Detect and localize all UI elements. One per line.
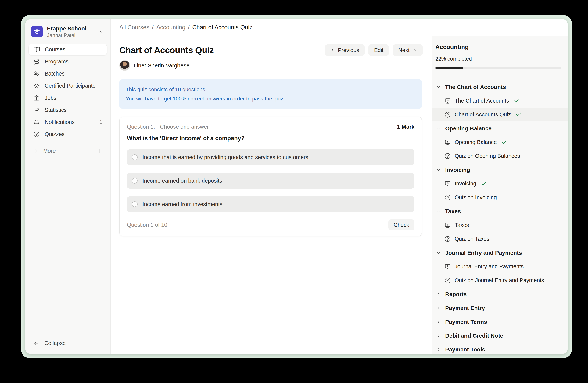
notice-line-1: This quiz consists of 10 questions. xyxy=(126,85,416,94)
chevron-right-icon xyxy=(413,48,417,52)
question-mark: 1 Mark xyxy=(397,124,415,130)
outline-item-journal-entry-and-payments[interactable]: Journal Entry and Payments xyxy=(432,260,567,273)
outline-item-taxes[interactable]: Taxes xyxy=(432,218,567,232)
graduation-cap-icon xyxy=(33,83,40,89)
lesson-monitor-play-icon xyxy=(444,139,451,146)
route-icon xyxy=(33,58,40,65)
answer-option-1[interactable]: Income that is earned by providing goods… xyxy=(127,149,415,165)
chevron-down-icon[interactable] xyxy=(99,29,104,34)
lesson-monitor-play-icon xyxy=(444,98,451,104)
outline-item-label: Quiz on Invoicing xyxy=(455,194,497,201)
previous-button[interactable]: Previous xyxy=(325,44,365,56)
edit-button[interactable]: Edit xyxy=(368,44,389,56)
sidebar-item-batches[interactable]: Batches xyxy=(28,68,107,80)
sidebar-item-courses[interactable]: Courses xyxy=(28,44,107,56)
check-button[interactable]: Check xyxy=(388,219,415,230)
outline-section-label: Payment Entry xyxy=(445,305,485,311)
briefcase-icon xyxy=(33,95,40,101)
outline-item-quiz-on-journal-entry-and-payments[interactable]: Quiz on Journal Entry and Payments xyxy=(432,273,567,287)
sidebar-item-statistics[interactable]: Statistics xyxy=(28,104,107,116)
plus-icon[interactable] xyxy=(96,148,102,154)
course-progress-bar xyxy=(435,67,562,69)
author-row: Linet Sherin Varghese xyxy=(119,60,423,71)
radio-icon[interactable] xyxy=(132,178,138,184)
outline-section-debit-and-credit-note[interactable]: Debit and Credit Note xyxy=(432,329,567,343)
outline-item-quiz-on-invoicing[interactable]: Quiz on Invoicing xyxy=(432,191,567,204)
sidebar-item-quizzes[interactable]: Quizzes xyxy=(28,129,107,140)
title-actions: Previous Edit Next xyxy=(325,44,423,56)
next-button[interactable]: Next xyxy=(393,44,423,56)
desktop-window-frame: Frappe School Jannat Patel Courses Progr… xyxy=(21,15,572,358)
sidebar-item-label: Courses xyxy=(45,46,65,53)
sidebar-item-certified-participants[interactable]: Certified Participants xyxy=(28,80,107,92)
outline-item-quiz-on-taxes[interactable]: Quiz on Taxes xyxy=(432,232,567,246)
question-instruction: Choose one answer xyxy=(160,124,209,130)
outline-section-reports[interactable]: Reports xyxy=(432,287,567,301)
radio-icon[interactable] xyxy=(132,201,138,207)
outline-section-journal-entry-and-payments[interactable]: Journal Entry and Payments xyxy=(432,246,567,260)
collapse-sidebar-button[interactable]: Collapse xyxy=(25,340,110,354)
outline-section-opening-balance[interactable]: Opening Balance xyxy=(432,121,567,135)
sidebar-item-notifications[interactable]: Notifications 1 xyxy=(28,116,107,128)
check-icon xyxy=(515,112,521,117)
chevron-right-icon xyxy=(436,292,441,297)
outline-item-label: Invoicing xyxy=(455,181,476,187)
lesson-monitor-play-icon xyxy=(444,263,451,270)
course-outline-header: Accounting 22% completed xyxy=(432,36,567,69)
lesson-monitor-play-icon xyxy=(444,222,451,229)
outline-item-quiz-on-opening-balances[interactable]: Quiz on Opening Balances xyxy=(432,149,567,163)
outline-section-label: Payment Tools xyxy=(445,346,485,353)
outline-section-payment-tools[interactable]: Payment Tools xyxy=(432,343,567,354)
outline-section-chart-of-accounts[interactable]: The Chart of Accounts xyxy=(432,80,567,94)
workspace-switcher[interactable]: Frappe School Jannat Patel xyxy=(25,19,110,43)
sidebar-nav: Courses Programs Batches Certified Parti… xyxy=(25,43,110,157)
outline-item-label: Taxes xyxy=(455,222,469,228)
radio-icon[interactable] xyxy=(132,154,138,160)
breadcrumb-accounting[interactable]: Accounting xyxy=(156,24,185,31)
help-circle-icon xyxy=(33,131,40,137)
workspace-meta: Frappe School Jannat Patel xyxy=(47,25,94,38)
outline-item-chart-of-accounts-quiz[interactable]: Chart of Accounts Quiz xyxy=(432,108,567,121)
content-area: All Courses / Accounting / Chart of Acco… xyxy=(111,19,567,354)
outline-item-label: Journal Entry and Payments xyxy=(455,263,524,270)
outline-section-label: Journal Entry and Payments xyxy=(445,249,522,256)
collapse-label: Collapse xyxy=(44,340,66,346)
answer-option-2[interactable]: Income earned on bank deposits xyxy=(127,173,415,189)
course-outline-list: The Chart of Accounts The Chart of Accou… xyxy=(432,76,567,354)
main-panel: Chart of Accounts Quiz Previous Edit Nex… xyxy=(111,36,432,354)
outline-section-payment-entry[interactable]: Payment Entry xyxy=(432,301,567,315)
breadcrumb-all-courses[interactable]: All Courses xyxy=(119,24,149,31)
chevron-down-icon xyxy=(436,126,441,131)
answer-option-3[interactable]: Income earned from investments xyxy=(127,196,415,212)
outline-section-taxes[interactable]: Taxes xyxy=(432,204,567,218)
workspace-user: Jannat Patel xyxy=(47,33,94,38)
workspace-title: Frappe School xyxy=(47,25,94,32)
chevron-left-icon xyxy=(330,48,335,52)
outline-item-invoicing[interactable]: Invoicing xyxy=(432,177,567,191)
breadcrumb-current: Chart of Accounts Quiz xyxy=(192,24,252,31)
outline-section-invoicing[interactable]: Invoicing xyxy=(432,163,567,177)
sidebar-item-label: Jobs xyxy=(45,95,56,101)
outline-section-label: Opening Balance xyxy=(445,125,492,132)
quiz-question-icon xyxy=(444,236,451,242)
question-number: Question 1: xyxy=(127,124,155,130)
edit-button-label: Edit xyxy=(374,47,383,53)
sidebar-item-more[interactable]: More xyxy=(28,145,107,157)
check-icon xyxy=(502,139,507,145)
title-row: Chart of Accounts Quiz Previous Edit Nex… xyxy=(119,44,423,56)
users-icon xyxy=(33,71,40,77)
chevron-right-icon xyxy=(436,347,441,352)
sidebar-item-programs[interactable]: Programs xyxy=(28,56,107,68)
app-window: Frappe School Jannat Patel Courses Progr… xyxy=(25,19,567,354)
book-open-icon xyxy=(34,46,40,53)
outline-item-opening-balance[interactable]: Opening Balance xyxy=(432,135,567,149)
outline-section-payment-terms[interactable]: Payment Terms xyxy=(432,315,567,329)
outline-section-label: The Chart of Accounts xyxy=(445,84,506,90)
breadcrumb: All Courses / Accounting / Chart of Acco… xyxy=(119,24,252,31)
chevron-down-icon xyxy=(436,85,441,90)
sidebar-item-label: Programs xyxy=(45,58,69,65)
sidebar-item-jobs[interactable]: Jobs xyxy=(28,92,107,104)
quiz-card: Question 1: Choose one answer 1 Mark Wha… xyxy=(119,116,422,236)
outline-item-the-chart-of-accounts[interactable]: The Chart of Accounts xyxy=(432,94,567,108)
quiz-question-icon xyxy=(444,194,451,201)
